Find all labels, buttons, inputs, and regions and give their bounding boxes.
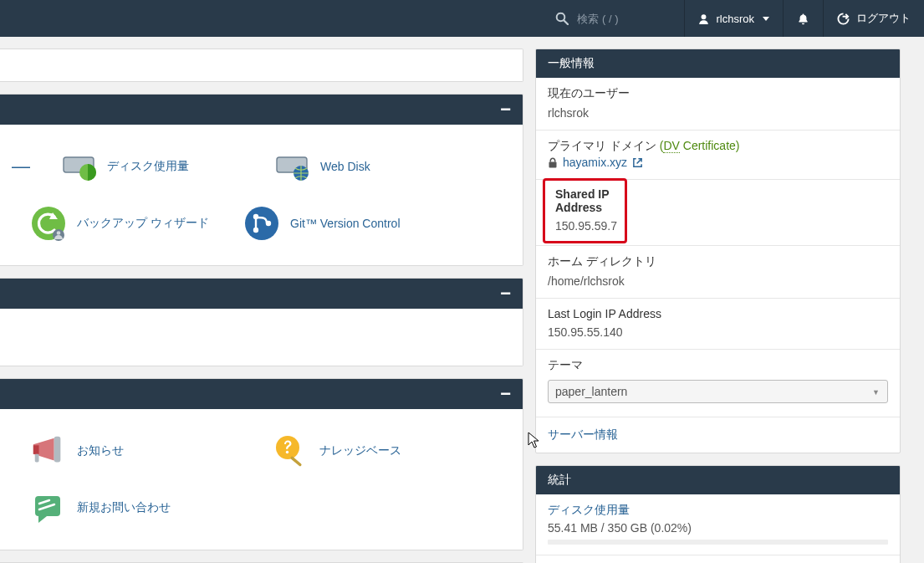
support-item-label: お知らせ bbox=[77, 443, 124, 458]
kb-icon bbox=[273, 432, 309, 469]
logout-button[interactable]: ログアウト bbox=[823, 0, 924, 37]
file-item-dash[interactable]: — bbox=[0, 138, 30, 195]
user-menu[interactable]: rlchsrok bbox=[684, 0, 783, 37]
server-info-link[interactable]: サーバー情報 bbox=[548, 427, 618, 441]
external-link-icon bbox=[632, 157, 643, 168]
search-input[interactable] bbox=[577, 13, 669, 25]
svg-point-11 bbox=[57, 231, 61, 235]
main-column: − — ディスク使用量 bbox=[0, 37, 535, 563]
logout-label: ログアウト bbox=[856, 11, 911, 26]
support-item-label: 新規お問い合わせ bbox=[77, 500, 171, 515]
disk-usage-stat-link[interactable]: ディスク使用量 bbox=[548, 503, 888, 518]
support-item-contact[interactable]: 新規お問い合わせ bbox=[0, 479, 242, 536]
collapse-icon[interactable]: − bbox=[500, 100, 511, 119]
git-icon bbox=[243, 205, 280, 242]
collapse-icon[interactable]: − bbox=[500, 385, 511, 403]
shared-ip-label: Shared IP Address bbox=[555, 187, 615, 214]
databases-panel: − bbox=[0, 278, 523, 366]
collapse-icon[interactable]: − bbox=[500, 284, 511, 303]
svg-point-14 bbox=[253, 228, 258, 233]
dv-certificate-label[interactable]: (DV Certificate) bbox=[660, 139, 740, 153]
general-info-panel: 一般情報 現在のユーザー rlchsrok プライマリ ドメイン (DV Cer… bbox=[535, 49, 901, 453]
shared-ip-value: 150.95.59.7 bbox=[555, 219, 615, 233]
theme-label: テーマ bbox=[548, 358, 888, 373]
disk-usage-icon bbox=[60, 148, 97, 185]
primary-domain-label: プライマリ ドメイン bbox=[548, 139, 656, 152]
disk-usage-stat-block: ディスク使用量 55.41 MB / 350 GB (0.02%) bbox=[536, 494, 900, 555]
svg-point-12 bbox=[245, 207, 278, 240]
search-icon bbox=[555, 12, 569, 25]
topbar: rlchsrok ログアウト bbox=[0, 0, 924, 37]
shared-ip-block: Shared IP Address 150.95.59.7 bbox=[536, 178, 900, 246]
svg-point-20 bbox=[286, 451, 288, 453]
support-panel: − お知らせ bbox=[0, 378, 523, 550]
file-item-label: バックアップ ウィザード bbox=[77, 216, 209, 231]
file-item-label: Web Disk bbox=[320, 160, 370, 173]
mysql-stat-block: MySQL® ディスク使用量 bbox=[536, 555, 900, 563]
file-item-web-disk[interactable]: Web Disk bbox=[243, 138, 457, 195]
home-dir-label: ホーム ディレクトリ bbox=[548, 254, 888, 269]
current-user-value: rlchsrok bbox=[548, 106, 888, 120]
files-panel: − — ディスク使用量 bbox=[0, 94, 523, 266]
chevron-down-icon bbox=[763, 17, 769, 21]
support-item-kb[interactable]: ナレッジベース bbox=[242, 422, 485, 479]
svg-rect-18 bbox=[35, 454, 39, 463]
file-item-backup-wizard[interactable]: バックアップ ウィザード bbox=[0, 195, 213, 252]
files-panel-body: — ディスク使用量 bbox=[0, 125, 523, 265]
file-item-label: ディスク使用量 bbox=[107, 159, 189, 174]
stats-header: 統計 bbox=[536, 466, 900, 494]
svg-marker-23 bbox=[38, 516, 47, 523]
support-item-news[interactable]: お知らせ bbox=[0, 422, 242, 479]
bell-icon bbox=[797, 13, 809, 25]
username-label: rlchsrok bbox=[716, 13, 754, 25]
support-item-label: ナレッジベース bbox=[319, 443, 401, 458]
shared-ip-highlight: Shared IP Address 150.95.59.7 bbox=[543, 178, 627, 243]
files-panel-header[interactable]: − bbox=[0, 95, 523, 125]
side-column: 一般情報 現在のユーザー rlchsrok プライマリ ドメイン (DV Cer… bbox=[535, 37, 912, 563]
last-login-block: Last Login IP Address 150.95.55.140 bbox=[536, 299, 900, 350]
disk-usage-progress bbox=[548, 540, 888, 545]
svg-point-2 bbox=[702, 14, 707, 19]
support-panel-body: お知らせ ナレッジベース bbox=[0, 409, 523, 550]
last-login-value: 150.95.55.140 bbox=[548, 325, 888, 339]
notifications-button[interactable] bbox=[783, 0, 823, 37]
svg-rect-17 bbox=[54, 437, 61, 463]
lock-icon bbox=[548, 157, 558, 168]
svg-rect-16 bbox=[33, 445, 39, 454]
news-icon bbox=[30, 432, 67, 469]
current-user-label: 現在のユーザー bbox=[548, 86, 888, 101]
general-info-header: 一般情報 bbox=[536, 49, 900, 78]
disk-usage-stat-value: 55.41 MB / 350 GB (0.02%) bbox=[548, 521, 888, 535]
home-dir-value: /home/rlchsrok bbox=[548, 274, 888, 288]
svg-rect-21 bbox=[290, 456, 303, 467]
svg-line-1 bbox=[564, 20, 569, 24]
user-icon bbox=[698, 13, 709, 24]
server-info-link-block: サーバー情報 bbox=[536, 417, 900, 453]
contact-icon bbox=[30, 489, 67, 526]
home-dir-block: ホーム ディレクトリ /home/rlchsrok bbox=[536, 246, 900, 299]
search-panel[interactable] bbox=[0, 49, 523, 82]
file-item-label: Git™ Version Control bbox=[290, 217, 401, 230]
main-layout: − — ディスク使用量 bbox=[0, 37, 924, 563]
primary-domain-block: プライマリ ドメイン (DV Certificate) hayamix.xyz bbox=[536, 131, 900, 180]
databases-panel-header[interactable]: − bbox=[0, 279, 523, 309]
stats-panel: 統計 ディスク使用量 55.41 MB / 350 GB (0.02%) MyS… bbox=[535, 465, 901, 563]
theme-block: テーマ paper_lantern bbox=[536, 350, 900, 417]
last-login-label: Last Login IP Address bbox=[548, 307, 888, 320]
backup-wizard-icon bbox=[30, 205, 67, 242]
support-panel-header[interactable]: − bbox=[0, 379, 523, 409]
web-disk-icon bbox=[273, 148, 310, 185]
search-box[interactable] bbox=[540, 0, 684, 37]
domain-link[interactable]: hayamix.xyz bbox=[563, 156, 627, 169]
theme-select[interactable]: paper_lantern bbox=[548, 380, 888, 403]
svg-rect-24 bbox=[549, 161, 557, 167]
file-item-disk-usage[interactable]: ディスク使用量 bbox=[30, 138, 243, 195]
file-item-git[interactable]: Git™ Version Control bbox=[213, 195, 426, 252]
current-user-block: 現在のユーザー rlchsrok bbox=[536, 78, 900, 131]
logout-icon bbox=[837, 13, 850, 25]
